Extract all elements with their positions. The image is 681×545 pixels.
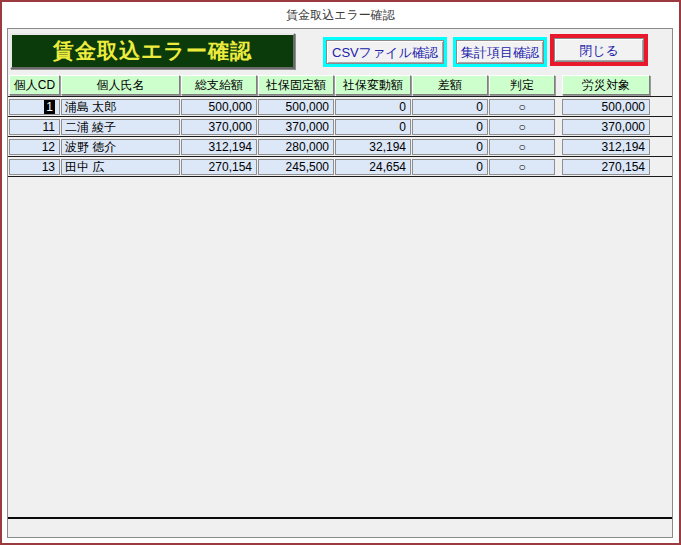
table-row[interactable]: 11 二浦 綾子 370,000 370,000 0 0 ○ 370,000 xyxy=(8,117,672,137)
content-panel: 賃金取込エラー確認 CSVファイル確認 集計項目確認 閉じる 個人CD 個人氏名… xyxy=(7,28,673,538)
cell-diff: 0 xyxy=(412,119,488,135)
summary-item-button[interactable]: 集計項目確認 xyxy=(456,40,544,64)
cell-variable: 32,194 xyxy=(335,139,411,155)
cell-total: 312,194 xyxy=(181,139,257,155)
cell-diff: 0 xyxy=(412,159,488,175)
cell-diff: 0 xyxy=(412,99,488,115)
cell-cd: 13 xyxy=(9,159,60,175)
column-header-total: 総支給額 xyxy=(181,75,257,95)
cell-name: 浦島 太郎 xyxy=(61,99,180,115)
selected-cell-cursor[interactable]: 1 xyxy=(44,100,55,114)
cell-name: 二浦 綾子 xyxy=(61,119,180,135)
table-row[interactable]: 12 波野 徳介 312,194 280,000 32,194 0 ○ 312,… xyxy=(8,137,672,157)
table-row[interactable]: 13 田中 広 270,154 245,500 24,654 0 ○ 270,1… xyxy=(8,157,672,177)
cell-fixed: 500,000 xyxy=(258,99,334,115)
cell-judge: ○ xyxy=(489,99,555,115)
cell-variable: 24,654 xyxy=(335,159,411,175)
column-header-name: 個人氏名 xyxy=(61,75,180,95)
close-button[interactable]: 閉じる xyxy=(554,38,644,62)
cell-cd: 1 xyxy=(9,99,60,115)
column-header-cd: 個人CD xyxy=(9,75,60,95)
column-header-fixed: 社保固定額 xyxy=(258,75,334,95)
window-titlebar[interactable]: 賃金取込エラー確認 xyxy=(2,2,679,28)
cell-total: 370,000 xyxy=(181,119,257,135)
cell-cd: 11 xyxy=(9,119,60,135)
column-header-variable: 社保変動額 xyxy=(335,75,411,95)
window-title: 賃金取込エラー確認 xyxy=(286,8,395,22)
error-grid: 1 浦島 太郎 500,000 500,000 0 0 ○ 500,000 11… xyxy=(8,96,672,177)
page-title: 賃金取込エラー確認 xyxy=(53,39,252,62)
column-header-rousai: 労災対象 xyxy=(562,75,650,95)
table-row[interactable]: 1 浦島 太郎 500,000 500,000 0 0 ○ 500,000 xyxy=(8,97,672,117)
cell-judge: ○ xyxy=(489,139,555,155)
cell-cd: 12 xyxy=(9,139,60,155)
cell-fixed: 280,000 xyxy=(258,139,334,155)
cell-name: 波野 徳介 xyxy=(61,139,180,155)
csv-check-button-frame: CSVファイル確認 xyxy=(323,37,447,67)
page-title-banner: 賃金取込エラー確認 xyxy=(10,33,295,69)
cell-rousai: 312,194 xyxy=(562,139,650,155)
column-header-diff: 差額 xyxy=(412,75,488,95)
cell-rousai: 500,000 xyxy=(562,99,650,115)
cell-rousai: 370,000 xyxy=(562,119,650,135)
bottom-separator xyxy=(8,517,672,519)
column-header-judge: 判定 xyxy=(489,75,555,95)
cell-fixed: 245,500 xyxy=(258,159,334,175)
summary-item-button-frame: 集計項目確認 xyxy=(453,37,547,67)
cell-judge: ○ xyxy=(489,159,555,175)
close-button-frame: 閉じる xyxy=(550,34,648,66)
csv-check-button[interactable]: CSVファイル確認 xyxy=(326,40,444,64)
cell-judge: ○ xyxy=(489,119,555,135)
cell-name: 田中 広 xyxy=(61,159,180,175)
cell-total: 270,154 xyxy=(181,159,257,175)
cell-variable: 0 xyxy=(335,99,411,115)
cell-total: 500,000 xyxy=(181,99,257,115)
cell-diff: 0 xyxy=(412,139,488,155)
cell-fixed: 370,000 xyxy=(258,119,334,135)
cell-rousai: 270,154 xyxy=(562,159,650,175)
cell-variable: 0 xyxy=(335,119,411,135)
dialog-window: 賃金取込エラー確認 賃金取込エラー確認 CSVファイル確認 集計項目確認 閉じる… xyxy=(0,0,681,545)
